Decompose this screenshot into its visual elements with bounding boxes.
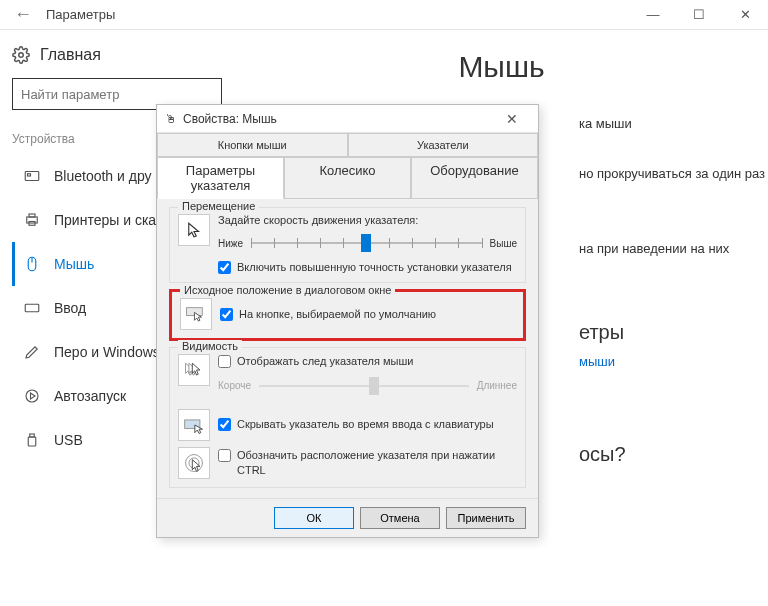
mouse-properties-dialog: 🖱 Свойства: Мышь ✕ Кнопки мыши Указатели… [156,104,539,538]
tab-pointers[interactable]: Указатели [348,133,539,156]
mouse-icon: 🖱 [165,112,177,126]
usb-icon [22,430,42,450]
tab-buttons[interactable]: Кнопки мыши [157,133,348,156]
enhance-precision-check[interactable]: Включить повышенную точность установки у… [218,260,517,274]
nav-label: Ввод [54,300,86,316]
group-label: Видимость [178,340,242,352]
back-button[interactable]: ← [0,4,46,25]
group-label: Перемещение [178,200,259,212]
text-fragment: ка мыши [579,114,744,134]
group-label: Исходное положение в диалоговом окне [180,284,395,296]
tab-wheel[interactable]: Колесико [284,157,411,199]
ctrl-locate-icon [178,447,210,479]
dialog-titlebar[interactable]: 🖱 Свойства: Мышь ✕ [157,105,538,133]
snap-icon [180,298,212,330]
svg-rect-4 [29,214,35,217]
nav-label: Автозапуск [54,388,126,404]
cancel-button[interactable]: Отмена [360,507,440,529]
ok-button[interactable]: ОК [274,507,354,529]
autoplay-icon [22,386,42,406]
hide-typing-icon [178,409,210,441]
checkbox[interactable] [218,355,231,368]
nav-label: Перо и Windows [54,344,160,360]
dialog-title: Свойства: Мышь [183,112,277,126]
slider-high-label: Выше [490,238,517,249]
group-visibility: Видимость Отображать след указателя мыши… [169,347,526,487]
minimize-button[interactable]: — [630,7,676,22]
checkbox[interactable] [218,449,231,462]
page-title: Мышь [259,50,744,84]
close-button[interactable]: ✕ [722,7,768,22]
hide-while-typing-check[interactable]: Скрывать указатель во время ввода с клав… [218,417,494,431]
home-label: Главная [40,46,101,64]
maximize-button[interactable]: ☐ [676,7,722,22]
svg-rect-15 [28,437,36,446]
bluetooth-icon [22,166,42,186]
subheading: етры [579,321,744,344]
nav-label: Bluetooth и дру [54,168,152,184]
snap-to-default-check[interactable]: На кнопке, выбираемой по умолчанию [220,307,436,321]
dialog-close-button[interactable]: ✕ [494,111,530,127]
printer-icon [22,210,42,230]
checkbox[interactable] [220,308,233,321]
nav-label: Принтеры и ска [54,212,156,228]
svg-point-12 [26,390,38,402]
subheading: осы? [579,443,744,466]
checkbox[interactable] [218,418,231,431]
link-mouse-settings[interactable]: мыши [579,352,744,372]
group-snap-to: Исходное положение в диалоговом окне На … [169,289,526,341]
slider-short-label: Короче [218,380,251,391]
trail-length-slider [259,375,469,397]
window-title: Параметры [46,7,115,22]
home-link[interactable]: Главная [12,46,223,64]
text-fragment: но прокручиваться за один раз [579,164,744,184]
slider-long-label: Длиннее [477,380,517,391]
nav-label: USB [54,432,83,448]
pen-icon [22,342,42,362]
group-movement: Перемещение Задайте скорость движения ук… [169,207,526,283]
nav-label: Мышь [54,256,94,272]
tab-pointer-options[interactable]: Параметры указателя [157,157,284,199]
cursor-icon [178,214,210,246]
text-fragment: на при наведении на них [579,239,744,259]
svg-rect-8 [25,304,39,312]
mouse-icon [22,254,42,274]
trail-icon [178,354,210,386]
svg-point-0 [19,53,24,58]
ctrl-show-location-check[interactable]: Обозначить расположение указателя при на… [218,448,517,477]
apply-button[interactable]: Применить [446,507,526,529]
slider-low-label: Ниже [218,238,243,249]
tab-hardware[interactable]: Оборудование [411,157,538,199]
svg-rect-2 [28,174,31,176]
speed-label: Задайте скорость движения указателя: [218,214,517,226]
keyboard-icon [22,298,42,318]
svg-rect-3 [27,217,38,223]
checkbox[interactable] [218,261,231,274]
titlebar: ← Параметры — ☐ ✕ [0,0,768,30]
pointer-speed-slider[interactable] [251,232,481,254]
pointer-trail-check[interactable]: Отображать след указателя мыши [218,354,517,368]
svg-marker-13 [31,393,36,399]
gear-icon [12,46,30,64]
